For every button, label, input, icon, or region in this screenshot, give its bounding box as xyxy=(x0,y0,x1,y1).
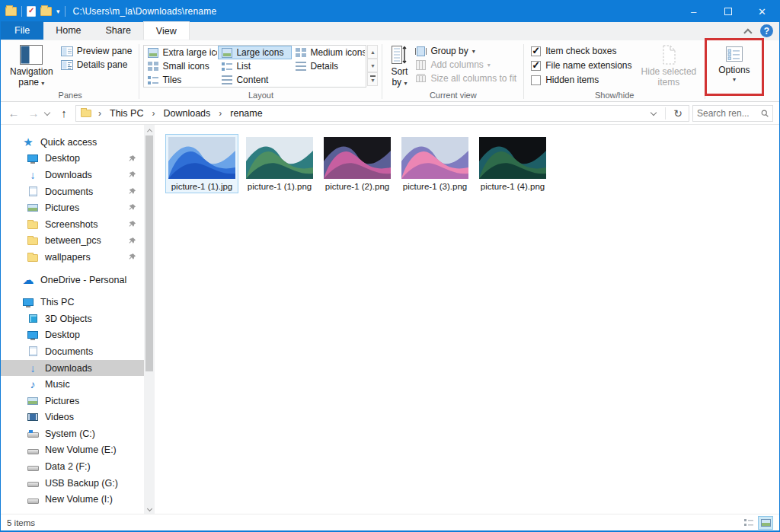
sidebar-item-usb-backup-g[interactable]: USB Backup (G:) xyxy=(1,475,144,492)
sidebar-item-desktop-qa[interactable]: Desktop xyxy=(1,151,144,167)
sidebar-item-system-c[interactable]: System (C:) xyxy=(1,425,144,442)
sidebar-item-3d-objects[interactable]: 3D Objects xyxy=(1,311,144,327)
file-name-extensions-option[interactable]: File name extensions xyxy=(531,60,631,71)
collapse-ribbon-icon[interactable] xyxy=(743,28,752,37)
file-tile[interactable]: picture-1 (2).png xyxy=(321,134,394,193)
sidebar-item-pictures-qa[interactable]: Pictures xyxy=(1,199,144,216)
search-icon xyxy=(761,109,769,118)
properties-icon[interactable] xyxy=(27,6,36,17)
tab-view[interactable]: View xyxy=(143,21,190,40)
ribbon-tab-row: File Home Share View ? xyxy=(1,22,779,40)
address-box[interactable]: › This PC › Downloads › rename ↻ xyxy=(75,105,689,122)
minimize-button[interactable]: – xyxy=(676,1,711,22)
sidebar-item-new-volume-e[interactable]: New Volume (E:) xyxy=(1,442,144,459)
recent-locations-icon[interactable] xyxy=(44,109,50,115)
folder-icon xyxy=(5,7,17,16)
sidebar-scrollbar[interactable] xyxy=(144,125,155,514)
view-ribbon: Navigation pane ▾ Preview pane Details p… xyxy=(1,40,779,102)
quick-access-icon: ★ xyxy=(22,136,34,148)
sidebar-item-screenshots[interactable]: Screenshots xyxy=(1,216,144,233)
add-columns-button[interactable]: Add columns ▾ xyxy=(412,59,519,71)
sidebar-item-quick-access[interactable]: ★ Quick access xyxy=(1,134,144,151)
file-name-extensions-checkbox[interactable] xyxy=(531,61,541,71)
sidebar-item-new-volume-i[interactable]: New Volume (I:) xyxy=(1,491,144,508)
file-tile[interactable]: picture-1 (4).png xyxy=(476,134,549,193)
layout-extra-large-icons[interactable]: Extra large icons xyxy=(144,46,218,59)
search-box[interactable] xyxy=(692,105,773,122)
file-tile[interactable]: picture-1 (1).jpg xyxy=(165,134,238,193)
sidebar-item-downloads-qa[interactable]: ↓ Downloads xyxy=(1,167,144,183)
refresh-icon[interactable]: ↻ xyxy=(670,107,686,119)
layout-tiles[interactable]: Tiles xyxy=(144,73,218,87)
drive-icon xyxy=(27,477,39,489)
sidebar-label: wallpapers xyxy=(45,252,91,263)
file-tile[interactable]: picture-1 (3).png xyxy=(398,134,472,193)
hidden-items-checkbox[interactable] xyxy=(531,75,541,85)
help-icon[interactable]: ? xyxy=(760,24,773,37)
back-button[interactable]: ← xyxy=(5,107,22,119)
layout-details[interactable]: Details xyxy=(292,59,366,73)
scrollbar-track[interactable] xyxy=(144,135,155,503)
up-button[interactable]: ↑ xyxy=(56,107,72,119)
search-input[interactable] xyxy=(697,108,758,119)
layout-list[interactable]: List xyxy=(218,59,292,73)
gallery-more-button[interactable]: ▼ xyxy=(367,72,378,86)
sidebar-item-this-pc[interactable]: This PC xyxy=(1,294,144,311)
scrollbar-thumb[interactable] xyxy=(145,135,153,371)
item-check-boxes-option[interactable]: Item check boxes xyxy=(531,46,631,56)
hidden-items-option[interactable]: Hidden items xyxy=(531,75,631,85)
sort-by-button[interactable]: Sort by ▾ xyxy=(386,43,412,90)
toolbar-dropdown-icon[interactable]: ▾ xyxy=(56,8,60,15)
details-pane-button[interactable]: Details pane xyxy=(58,59,136,71)
layout-content[interactable]: Content xyxy=(218,73,292,87)
navigation-pane-button[interactable]: Navigation pane ▾ xyxy=(5,43,58,90)
sidebar-item-music[interactable]: ♪ Music xyxy=(1,376,144,393)
address-dropdown-icon[interactable] xyxy=(651,109,657,115)
breadcrumb-this-pc[interactable]: This PC xyxy=(108,108,145,119)
breadcrumb-downloads[interactable]: Downloads xyxy=(161,108,212,119)
pin-icon xyxy=(128,187,136,196)
item-check-boxes-checkbox[interactable] xyxy=(531,46,541,56)
options-button[interactable]: Options ▾ xyxy=(714,43,754,84)
preview-pane-button[interactable]: Preview pane xyxy=(58,45,136,57)
sidebar-item-documents-qa[interactable]: Documents xyxy=(1,183,144,200)
group-by-button[interactable]: Group by ▾ xyxy=(412,45,519,57)
scroll-down-icon[interactable] xyxy=(144,503,155,514)
sidebar-item-videos[interactable]: Videos xyxy=(1,409,144,426)
close-button[interactable]: ✕ xyxy=(745,1,779,22)
tab-file[interactable]: File xyxy=(1,21,43,40)
options-icon xyxy=(725,45,743,63)
details-view-toggle[interactable] xyxy=(741,516,756,530)
tab-home[interactable]: Home xyxy=(43,21,93,40)
main-content: ★ Quick access Desktop ↓ Downloads Docum… xyxy=(1,125,779,514)
sidebar-item-pictures[interactable]: Pictures xyxy=(1,393,144,409)
sidebar-item-downloads[interactable]: ↓ Downloads xyxy=(1,360,144,377)
file-tile[interactable]: picture-1 (1).png xyxy=(243,134,316,193)
forward-button[interactable]: → xyxy=(25,107,42,119)
sidebar-item-between-pcs[interactable]: between_pcs xyxy=(1,233,144,250)
sidebar-item-wallpapers[interactable]: wallpapers xyxy=(1,249,144,266)
sidebar-item-onedrive[interactable]: ☁ OneDrive - Personal xyxy=(1,272,144,288)
layout-medium-icons[interactable]: Medium icons xyxy=(292,46,366,59)
breadcrumb-rename[interactable]: rename xyxy=(229,108,264,119)
size-all-columns-button[interactable]: Size all columns to fit xyxy=(412,72,519,84)
sidebar-item-data-2-f[interactable]: Data 2 (F:) xyxy=(1,458,144,475)
layout-large-icons[interactable]: Large icons xyxy=(218,46,292,59)
gallery-scroll-down[interactable]: ▼ xyxy=(367,59,378,72)
sidebar-label: 3D Objects xyxy=(45,314,92,324)
thumbnail-view-toggle[interactable] xyxy=(758,516,773,530)
sidebar-label: Downloads xyxy=(45,170,92,180)
maximize-button[interactable] xyxy=(711,1,745,22)
scroll-up-icon[interactable] xyxy=(144,125,155,135)
sidebar-label: Data 2 (F:) xyxy=(45,461,91,472)
pictures-icon xyxy=(27,202,39,214)
sidebar-item-documents[interactable]: Documents xyxy=(1,343,144,360)
hide-selected-items-button[interactable]: Hide selected items xyxy=(637,43,702,90)
sidebar-item-desktop[interactable]: Desktop xyxy=(1,327,144,344)
gallery-scroll-up[interactable]: ▲ xyxy=(367,45,378,59)
file-list: picture-1 (1).jpg picture-1 (1).png pict… xyxy=(155,125,779,514)
layout-small-icons[interactable]: Small icons xyxy=(144,59,218,73)
3d-objects-icon xyxy=(27,313,39,325)
tab-share[interactable]: Share xyxy=(94,21,143,40)
new-folder-icon[interactable] xyxy=(40,7,52,16)
